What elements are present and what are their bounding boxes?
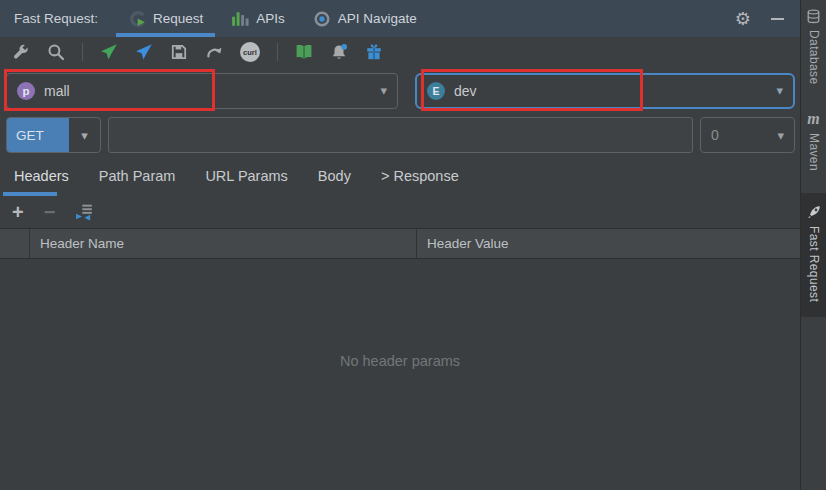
rocket-icon xyxy=(806,204,822,220)
send-request-icon[interactable] xyxy=(100,43,118,61)
tab-body[interactable]: Body xyxy=(318,156,351,196)
tab-headers[interactable]: Headers xyxy=(14,156,69,196)
stripe-label-database: Database xyxy=(807,30,821,85)
project-value: mall xyxy=(44,83,70,99)
empty-state-text: No header params xyxy=(0,353,800,369)
minimize-icon[interactable] xyxy=(771,18,784,20)
remove-header-button[interactable]: − xyxy=(44,202,56,222)
api-navigate-icon xyxy=(313,10,331,28)
tab-response[interactable]: > Response xyxy=(381,156,459,196)
headers-table-body: No header params xyxy=(0,259,800,490)
tab-api-navigate-label: API Navigate xyxy=(338,11,417,26)
row-gutter-column xyxy=(0,229,30,258)
stripe-label-maven: Maven xyxy=(807,133,821,171)
save-icon[interactable] xyxy=(170,43,188,61)
toolbar-separator xyxy=(82,43,83,61)
add-header-button[interactable]: + xyxy=(12,202,24,222)
headers-table-toolbar: + − xyxy=(0,196,800,229)
gear-icon[interactable]: ⚙ xyxy=(735,10,751,28)
url-input[interactable] xyxy=(108,117,693,153)
count-value: 0 xyxy=(711,127,719,143)
stripe-item-maven[interactable]: m Maven xyxy=(801,102,826,180)
environment-badge-icon: E xyxy=(427,82,445,100)
stripe-label-fast-request: Fast Request xyxy=(807,226,821,302)
request-toolbar: curl xyxy=(0,37,800,67)
tab-api-navigate[interactable]: API Navigate xyxy=(299,0,431,37)
tool-window-titlebar: Fast Request: Request APIs xyxy=(0,0,800,37)
request-detail-tabs: Headers Path Param URL Params Body > Res… xyxy=(0,156,800,196)
chevron-down-icon: ▾ xyxy=(776,83,783,98)
request-tab-icon xyxy=(128,10,146,28)
chevron-down-icon: ▾ xyxy=(777,128,784,143)
method-url-row: GET ▾ 0 ▾ xyxy=(0,114,800,156)
tab-apis[interactable]: APIs xyxy=(217,0,299,37)
fast-request-tool-window: Fast Request: Request APIs xyxy=(0,0,826,490)
gift-icon[interactable] xyxy=(365,43,383,61)
collapse-values-icon[interactable] xyxy=(75,203,93,221)
curl-icon[interactable]: curl xyxy=(240,42,260,62)
tool-window-title: Fast Request: xyxy=(14,11,98,26)
headers-table-header: Header Name Header Value xyxy=(0,229,800,259)
titlebar-actions: ⚙ xyxy=(735,0,800,37)
redo-icon[interactable] xyxy=(205,43,223,61)
tab-request[interactable]: Request xyxy=(114,0,217,37)
column-header-name[interactable]: Header Name xyxy=(30,229,417,258)
stripe-item-database[interactable]: Database xyxy=(801,0,826,94)
tab-request-label: Request xyxy=(153,11,203,26)
column-header-value[interactable]: Header Value xyxy=(417,229,800,258)
stripe-item-fast-request[interactable]: Fast Request xyxy=(801,193,826,317)
chevron-down-icon: ▾ xyxy=(69,118,100,152)
tab-path-param[interactable]: Path Param xyxy=(99,156,176,196)
combo-row: p mall ▾ E dev ▾ xyxy=(0,67,800,114)
environment-combobox[interactable]: E dev ▾ xyxy=(415,73,795,109)
chevron-down-icon: ▾ xyxy=(380,83,387,98)
method-combobox[interactable]: GET ▾ xyxy=(6,117,101,153)
tab-url-params[interactable]: URL Params xyxy=(205,156,287,196)
documentation-book-icon[interactable] xyxy=(295,43,313,61)
search-icon[interactable] xyxy=(47,43,65,61)
tool-window-stripe: Database m Maven Fast Request xyxy=(800,0,826,490)
environment-value: dev xyxy=(454,83,477,99)
method-value: GET xyxy=(7,118,69,152)
count-combobox[interactable]: 0 ▾ xyxy=(700,117,795,153)
database-icon xyxy=(806,9,821,24)
apis-icon xyxy=(231,10,249,28)
settings-wrench-icon[interactable] xyxy=(12,43,30,61)
toolbar-separator xyxy=(277,43,278,61)
tab-apis-label: APIs xyxy=(256,11,285,26)
project-combobox[interactable]: p mall ▾ xyxy=(6,73,398,109)
maven-icon: m xyxy=(807,111,819,127)
send-download-icon[interactable] xyxy=(135,43,153,61)
project-badge-icon: p xyxy=(17,82,35,100)
notification-bell-icon[interactable] xyxy=(330,43,348,61)
main-panel: Fast Request: Request APIs xyxy=(0,0,800,490)
